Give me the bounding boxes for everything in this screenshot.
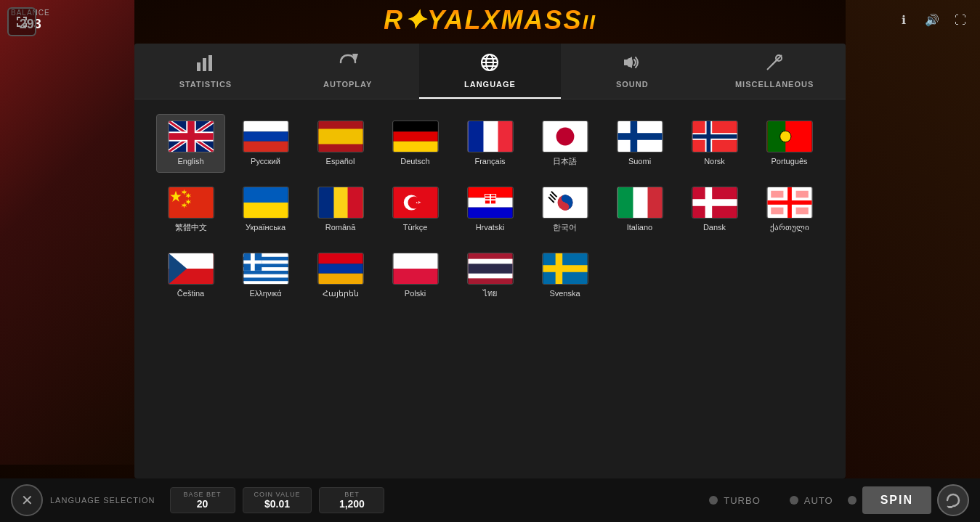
- game-header: BALANCE 293 R✦YALXMASSII ℹ 🔊 ⛶: [0, 0, 980, 40]
- lang-name-pt: Português: [771, 157, 807, 166]
- lang-name-en: English: [177, 157, 203, 166]
- auto-button[interactable]: AUTO: [790, 495, 833, 506]
- spin-dot: [848, 496, 857, 505]
- tab-autoplay[interactable]: AUTOPLAY: [277, 44, 419, 99]
- bet-group: BET 1,200: [319, 487, 384, 513]
- svg-rect-98: [243, 261, 262, 264]
- lang-item-cz[interactable]: Čeština: [156, 246, 225, 305]
- lang-name-ua: Українська: [246, 223, 286, 232]
- svg-rect-79: [705, 187, 712, 218]
- coin-value-label: COIN VALUE: [254, 491, 301, 498]
- turbo-button[interactable]: TURBO: [709, 495, 761, 506]
- game-title: R✦YALXMASSII: [384, 5, 596, 36]
- flag-ge: [766, 187, 813, 219]
- svg-rect-41: [706, 121, 710, 152]
- lang-item-tr[interactable]: Türkçe: [381, 180, 450, 239]
- language-content: English Русский: [134, 99, 846, 478]
- tab-sound[interactable]: SOUND: [561, 44, 703, 99]
- lang-name-hr: Hrvatski: [476, 223, 505, 232]
- lang-name-it: Italiano: [627, 223, 652, 232]
- lang-item-pt[interactable]: Português: [755, 114, 824, 173]
- flag-ua: [243, 187, 289, 219]
- svg-point-69: [561, 195, 569, 203]
- lang-item-fi[interactable]: Suomi: [605, 114, 674, 173]
- autoplay-label: AUTOPLAY: [323, 80, 372, 89]
- spin-button[interactable]: SPIN: [862, 486, 931, 514]
- svg-rect-35: [617, 133, 662, 140]
- svg-rect-36: [630, 121, 637, 152]
- flag-de: [392, 121, 439, 152]
- lang-item-kr[interactable]: 한국어: [530, 180, 599, 239]
- svg-rect-40: [692, 134, 737, 139]
- lang-item-fr[interactable]: Français: [455, 114, 525, 173]
- flag-gr: [243, 253, 289, 285]
- svg-rect-106: [468, 264, 512, 274]
- lang-item-th[interactable]: ไทย: [455, 246, 525, 305]
- svg-rect-28: [393, 142, 437, 152]
- misc-label: MISCELLANEOUS: [735, 80, 814, 89]
- lang-item-cn[interactable]: 繁體中文: [156, 180, 225, 239]
- statistics-icon: [195, 52, 216, 76]
- lang-name-tr: Türkçe: [403, 223, 428, 232]
- svg-rect-84: [795, 191, 808, 198]
- tab-language[interactable]: LANGUAGE: [419, 44, 562, 99]
- lang-name-ro: Română: [325, 223, 356, 232]
- svg-rect-2: [208, 55, 212, 71]
- svg-rect-23: [243, 142, 288, 152]
- tab-miscellaneous[interactable]: MISCELLANEOUS: [703, 44, 846, 99]
- lang-item-en[interactable]: English: [156, 114, 225, 173]
- bet-label: BET: [344, 491, 360, 498]
- lang-item-it[interactable]: Italiano: [605, 180, 674, 239]
- lang-item-es[interactable]: Español: [306, 114, 375, 173]
- lang-item-ru[interactable]: Русский: [231, 114, 300, 173]
- lang-item-de[interactable]: Deutsch: [381, 114, 450, 173]
- lang-item-ge[interactable]: ქართული: [755, 180, 824, 239]
- spin-icon-button[interactable]: [937, 484, 969, 516]
- lang-item-gr[interactable]: Ελληνικά: [231, 246, 300, 305]
- tab-statistics[interactable]: STATISTICS: [134, 44, 277, 99]
- base-bet-value: 20: [197, 498, 208, 510]
- svg-point-58: [408, 197, 420, 209]
- svg-rect-62: [468, 208, 512, 218]
- lang-item-jp[interactable]: 日本語: [530, 114, 599, 173]
- svg-rect-52: [243, 203, 288, 218]
- language-grid: English Русский: [156, 114, 824, 306]
- flag-pt: [766, 121, 813, 152]
- svg-rect-78: [692, 199, 737, 206]
- lang-name-es: Español: [326, 157, 355, 166]
- coin-value-group: COIN VALUE $0.01: [243, 487, 312, 513]
- lang-name-kr: 한국어: [553, 223, 577, 232]
- fullscreen-icon[interactable]: ⛶: [952, 12, 969, 29]
- svg-rect-109: [555, 253, 562, 284]
- lang-item-dk[interactable]: Dansk: [680, 180, 749, 239]
- lang-item-ro[interactable]: Română: [306, 180, 375, 239]
- flag-ru: [243, 121, 289, 152]
- info-icon[interactable]: ℹ: [895, 12, 912, 29]
- lang-item-hr[interactable]: Hrvatski: [455, 180, 525, 239]
- lang-item-am[interactable]: Հայերեն: [306, 246, 375, 305]
- lang-item-pl[interactable]: Polski: [381, 246, 450, 305]
- svg-rect-25: [318, 129, 363, 144]
- svg-rect-82: [787, 187, 792, 218]
- sound-icon[interactable]: 🔊: [923, 12, 941, 29]
- autoplay-icon: [338, 52, 358, 76]
- flag-en: [168, 121, 214, 152]
- lang-name-am: Հայերեն: [323, 289, 359, 298]
- lang-item-no[interactable]: Norsk: [680, 114, 749, 173]
- expand-button[interactable]: [7, 7, 36, 36]
- flag-it: [617, 187, 663, 219]
- svg-rect-76: [617, 187, 633, 218]
- lang-name-fr: Français: [474, 157, 505, 166]
- svg-rect-51: [243, 187, 288, 203]
- lang-item-sv[interactable]: Svenska: [530, 246, 599, 305]
- svg-rect-55: [347, 187, 363, 218]
- lang-item-ua[interactable]: Українська: [231, 180, 300, 239]
- language-icon: [479, 52, 500, 76]
- lang-name-gr: Ελληνικά: [249, 289, 281, 298]
- svg-rect-31: [468, 121, 483, 152]
- close-button[interactable]: ✕: [11, 484, 43, 516]
- flag-kr: [542, 187, 588, 219]
- svg-rect-20: [169, 133, 213, 140]
- lang-name-th: ไทย: [483, 289, 497, 298]
- lang-name-fi: Suomi: [628, 157, 651, 166]
